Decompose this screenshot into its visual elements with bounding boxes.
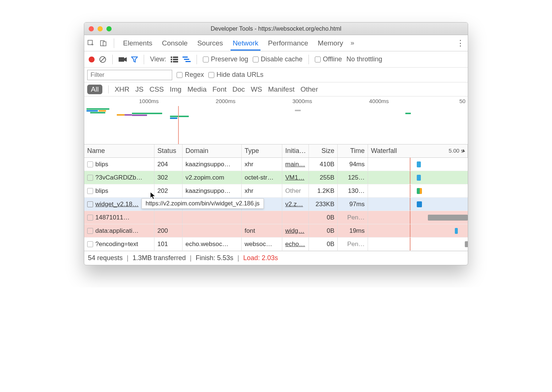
cell-initiator[interactable]: v2.z… — [282, 198, 309, 211]
category-doc[interactable]: Doc — [232, 85, 245, 93]
category-img[interactable]: Img — [170, 85, 182, 93]
tick: 1000ms — [84, 98, 161, 104]
status-bar: 54 requests | 1.3MB transferred | Finish… — [84, 251, 468, 265]
cell-time: 94ms — [338, 158, 368, 171]
col-size[interactable]: Size — [309, 144, 338, 157]
request-count: 54 requests — [88, 254, 123, 262]
table-row[interactable]: ?encoding=text 101 echo.websoc… websoc… … — [84, 238, 468, 251]
col-name[interactable]: Name — [84, 144, 154, 157]
hide-data-urls-label: Hide data URLs — [217, 71, 263, 79]
cell-initiator[interactable]: echo… — [282, 238, 309, 250]
cell-initiator[interactable]: widg… — [282, 224, 309, 237]
category-all[interactable]: All — [87, 85, 102, 94]
cell-initiator[interactable]: VM1… — [282, 171, 309, 184]
waterfall-cell — [368, 158, 468, 171]
cell-time: 125… — [338, 171, 368, 184]
separator — [197, 55, 197, 64]
col-time[interactable]: Time — [338, 144, 368, 157]
category-manifest[interactable]: Manifest — [268, 85, 294, 93]
svg-rect-9 — [173, 59, 178, 60]
separator — [114, 38, 114, 48]
separator — [112, 55, 113, 64]
waterfall-cell — [368, 238, 468, 250]
camera-icon[interactable] — [119, 57, 127, 62]
svg-line-4 — [100, 57, 105, 62]
category-font[interactable]: Font — [212, 85, 226, 93]
filter-icon[interactable] — [131, 56, 138, 63]
file-icon — [87, 175, 93, 181]
tab-network[interactable]: Network — [231, 36, 261, 50]
col-waterfall[interactable]: Waterfall 5.00 s ▲ — [368, 144, 468, 157]
cell-time: Pen… — [338, 238, 368, 250]
timeline-overview[interactable]: 1000ms 2000ms 3000ms 4000ms 50 — [84, 96, 468, 144]
network-toolbar: View: Preserve log Disable cache Offline… — [84, 51, 468, 68]
col-type[interactable]: Type — [242, 144, 282, 157]
cell-initiator[interactable] — [282, 211, 309, 224]
col-domain[interactable]: Domain — [183, 144, 242, 157]
transferred: 1.3MB transferred — [133, 254, 186, 262]
table-row[interactable]: ?3vCaGRDlZb… 302 v2.zopim.com octet-str…… — [84, 171, 468, 184]
request-name: data:applicati… — [95, 227, 139, 235]
category-ws[interactable]: WS — [251, 85, 262, 93]
col-initiator[interactable]: Initia… — [282, 144, 309, 157]
tick: 4000ms — [314, 98, 391, 104]
category-media[interactable]: Media — [187, 85, 207, 93]
cell-initiator[interactable]: main… — [282, 158, 309, 171]
tab-sources[interactable]: Sources — [195, 36, 225, 50]
request-name: blips — [95, 161, 108, 168]
table-row[interactable]: 14871011… 0B Pen… — [84, 211, 468, 224]
throttling-select[interactable]: No throttling — [347, 55, 382, 63]
tick: 2000ms — [161, 98, 238, 104]
more-tabs-icon[interactable]: » — [351, 39, 354, 47]
tab-memory[interactable]: Memory — [316, 36, 345, 50]
inspect-icon[interactable] — [87, 40, 95, 47]
col-waterfall-label: Waterfall — [371, 147, 397, 155]
kebab-menu-icon[interactable]: ⋮ — [456, 38, 465, 48]
filter-input[interactable] — [87, 70, 172, 80]
category-xhr[interactable]: XHR — [115, 85, 129, 93]
device-toggle-icon[interactable] — [100, 40, 107, 47]
col-status[interactable]: Status — [154, 144, 183, 157]
svg-rect-10 — [171, 61, 172, 62]
table-row[interactable]: data:applicati… 200 font widg… 0B 19ms — [84, 224, 468, 238]
disable-cache-checkbox[interactable]: Disable cache — [253, 55, 303, 63]
url-tooltip: https://v2.zopim.com/bin/v/widget_v2.186… — [142, 198, 264, 209]
waterfall-cell — [368, 224, 468, 237]
file-icon — [87, 188, 93, 194]
cell-status — [154, 211, 183, 224]
clear-icon[interactable] — [99, 56, 106, 63]
category-other[interactable]: Other — [300, 85, 318, 93]
table-row[interactable]: blips 202 kaazingsuppo… xhr Other 1.2KB … — [84, 184, 468, 198]
tab-performance[interactable]: Performance — [266, 36, 310, 50]
cell-status: 200 — [154, 224, 183, 237]
titlebar: Developer Tools - https://websocket.org/… — [84, 23, 468, 35]
svg-rect-14 — [185, 61, 191, 62]
regex-checkbox[interactable]: Regex — [177, 71, 204, 79]
tab-elements[interactable]: Elements — [121, 36, 154, 50]
cell-time: Pen… — [338, 211, 368, 224]
svg-rect-11 — [173, 61, 178, 62]
record-button[interactable] — [89, 57, 95, 62]
category-row: All XHR JS CSS Img Media Font Doc WS Man… — [84, 82, 468, 96]
cell-status: 202 — [154, 184, 183, 197]
cell-domain — [183, 211, 242, 224]
view-label: View: — [150, 55, 166, 63]
hide-data-urls-checkbox[interactable]: Hide data URLs — [208, 71, 263, 79]
offline-checkbox[interactable]: Offline — [315, 55, 342, 63]
table-row[interactable]: blips 204 kaazingsuppo… xhr main… 410B 9… — [84, 158, 468, 171]
waterfall-cell — [368, 171, 468, 184]
cell-status: 302 — [154, 171, 183, 184]
timeline-bars — [86, 108, 466, 133]
separator — [144, 55, 144, 64]
large-rows-icon[interactable] — [171, 57, 178, 62]
category-js[interactable]: JS — [135, 85, 143, 93]
preserve-log-checkbox[interactable]: Preserve log — [203, 55, 248, 63]
svg-rect-13 — [184, 59, 189, 60]
cell-initiator[interactable]: Other — [282, 184, 309, 197]
tab-console[interactable]: Console — [160, 36, 190, 50]
devtools-window: Developer Tools - https://websocket.org/… — [84, 22, 468, 265]
category-css[interactable]: CSS — [149, 85, 164, 93]
waterfall-view-icon[interactable] — [183, 57, 191, 62]
svg-rect-12 — [183, 57, 188, 58]
sort-arrow-icon: ▲ — [461, 147, 466, 153]
